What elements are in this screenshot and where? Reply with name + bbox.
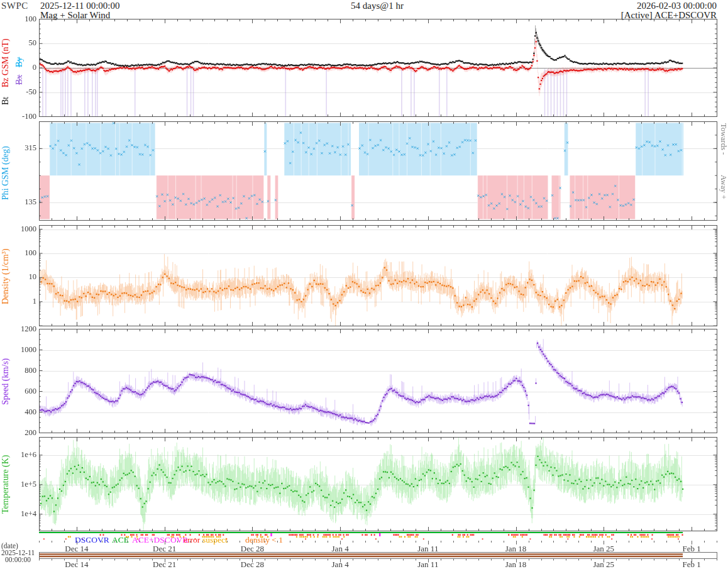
density-y-tick: 100 <box>0 248 36 258</box>
axis-label-bx-disabled[interactable]: Bx <box>14 70 25 89</box>
mag-y-tick: 50 <box>0 38 36 48</box>
date-tick-row2: Jan 25 <box>582 560 626 569</box>
speed-y-tick: 800 <box>0 366 36 375</box>
date-tick-row2: Jan 11 <box>406 560 450 569</box>
date-tick-row2: Dec 21 <box>143 560 187 569</box>
speed-y-tick: 600 <box>0 387 36 396</box>
date-tick-row2: Jan 4 <box>318 560 362 569</box>
speed-y-tick: 1200 <box>0 324 36 334</box>
date-tick-row2: Jan 18 <box>494 560 538 569</box>
panel-mag-plot-area[interactable] <box>39 19 717 117</box>
temperature-y-tick: 1e+5 <box>0 480 36 489</box>
mag-y-tick: 100 <box>0 14 36 24</box>
panel-density-plot-area[interactable] <box>39 225 717 326</box>
phi-y-tick: 315 <box>0 143 36 153</box>
density-y-tick: 10 <box>0 272 36 282</box>
speed-y-tick: 400 <box>0 407 36 417</box>
mag-y-tick: -50 <box>0 87 36 97</box>
panel-temperature-plot-area[interactable] <box>39 437 717 531</box>
mag-y-tick: -100 <box>0 112 36 121</box>
time-navigator[interactable] <box>39 552 717 559</box>
date-tick-row2: Feb 1 <box>670 560 714 569</box>
panel-speed-plot-area[interactable] <box>39 329 717 433</box>
speed-y-tick: 1000 <box>0 345 36 355</box>
panel-phi-plot-area[interactable] <box>39 121 717 220</box>
temperature-y-tick: 1e+6 <box>0 450 36 460</box>
date-axis-start-time: 00:00:00 <box>5 556 31 563</box>
date-tick-row2: Dec 14 <box>55 560 99 569</box>
speed-y-tick: 200 <box>0 428 36 438</box>
legend-suspect: suspect <box>202 535 228 545</box>
phi-y-tick: 135 <box>0 197 36 207</box>
density-y-tick: 1 <box>0 297 36 306</box>
legend-ace[interactable]: ACE <box>112 535 129 545</box>
mag-y-tick: 0 <box>0 63 36 72</box>
density-y-tick: 1000 <box>0 224 36 234</box>
temperature-y-tick: 1e+4 <box>0 509 36 519</box>
sector-label-away: Away + <box>719 175 728 225</box>
swpc-solar-wind-plot: SWPC 2025-12-11 00:00:00 Mag + Solar Win… <box>0 0 728 569</box>
date-tick-row2: Dec 28 <box>230 560 274 569</box>
